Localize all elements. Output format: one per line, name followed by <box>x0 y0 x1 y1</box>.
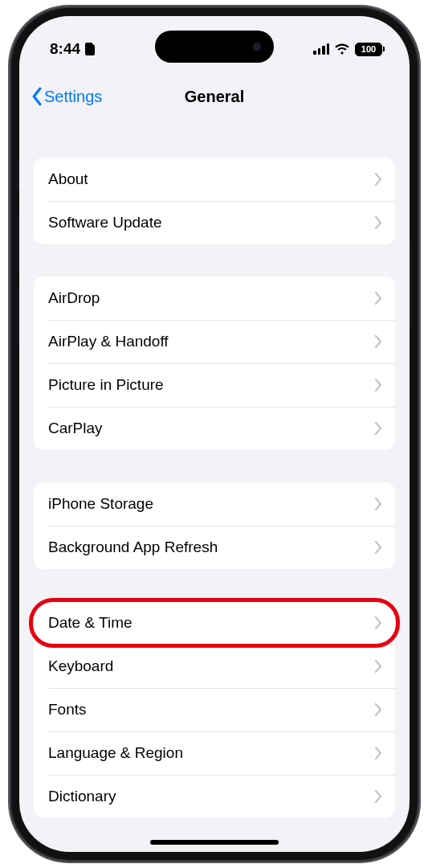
chevron-right-icon <box>374 172 382 186</box>
row-label: CarPlay <box>48 420 374 437</box>
row-label: Background App Refresh <box>48 538 374 556</box>
row-airplay-handoff[interactable]: AirPlay & Handoff <box>34 320 395 363</box>
cellular-signal-icon <box>313 43 329 55</box>
home-indicator[interactable] <box>150 840 279 845</box>
row-dictionary[interactable]: Dictionary <box>34 775 395 818</box>
row-label: Date & Time <box>48 614 374 632</box>
settings-list[interactable]: AboutSoftware UpdateAirDropAirPlay & Han… <box>19 119 410 852</box>
row-about[interactable]: About <box>34 158 395 201</box>
row-label: Picture in Picture <box>48 376 374 394</box>
row-label: Fonts <box>48 701 374 719</box>
settings-group: AirDropAirPlay & HandoffPicture in Pictu… <box>34 276 395 450</box>
chevron-right-icon <box>374 616 382 630</box>
chevron-right-icon <box>374 540 382 555</box>
chevron-right-icon <box>374 497 382 511</box>
row-language-region[interactable]: Language & Region <box>34 731 395 775</box>
chevron-right-icon <box>374 746 382 760</box>
row-label: Keyboard <box>48 657 374 675</box>
sim-icon <box>85 43 95 55</box>
row-software-update[interactable]: Software Update <box>34 201 395 244</box>
row-picture-in-picture[interactable]: Picture in Picture <box>34 363 395 407</box>
chevron-right-icon <box>374 789 382 804</box>
dynamic-island <box>155 31 274 63</box>
back-button[interactable]: Settings <box>31 87 102 106</box>
row-label: Software Update <box>48 214 374 231</box>
row-label: AirPlay & Handoff <box>48 333 374 350</box>
chevron-right-icon <box>374 659 382 674</box>
wifi-icon <box>334 43 350 55</box>
back-label: Settings <box>44 88 102 106</box>
chevron-right-icon <box>374 215 382 230</box>
status-time: 8:44 <box>50 40 80 58</box>
row-label: Language & Region <box>48 744 374 762</box>
battery-icon: 100 <box>355 43 382 56</box>
row-label: iPhone Storage <box>48 495 374 513</box>
row-airdrop[interactable]: AirDrop <box>34 276 395 320</box>
settings-group: AboutSoftware Update <box>34 158 395 244</box>
row-fonts[interactable]: Fonts <box>34 688 395 731</box>
row-label: AirDrop <box>48 289 374 307</box>
row-label: Dictionary <box>48 788 374 805</box>
chevron-left-icon <box>31 87 43 106</box>
row-iphone-storage[interactable]: iPhone Storage <box>34 482 395 526</box>
settings-group: iPhone StorageBackground App Refresh <box>34 482 395 569</box>
row-label: About <box>48 170 374 188</box>
settings-group: Date & TimeKeyboardFontsLanguage & Regio… <box>34 601 395 818</box>
chevron-right-icon <box>374 421 382 436</box>
row-background-app-refresh[interactable]: Background App Refresh <box>34 526 395 569</box>
row-date-time[interactable]: Date & Time <box>34 601 395 645</box>
phone-frame: 8:44 100 Settings General <box>11 8 418 860</box>
screen: 8:44 100 Settings General <box>19 16 410 852</box>
chevron-right-icon <box>374 334 382 349</box>
page-title: General <box>185 88 244 106</box>
chevron-right-icon <box>374 291 382 305</box>
row-carplay[interactable]: CarPlay <box>34 407 395 450</box>
nav-bar: Settings General <box>19 74 410 119</box>
battery-level: 100 <box>361 44 376 54</box>
chevron-right-icon <box>374 702 382 717</box>
chevron-right-icon <box>374 378 382 392</box>
row-keyboard[interactable]: Keyboard <box>34 645 395 688</box>
